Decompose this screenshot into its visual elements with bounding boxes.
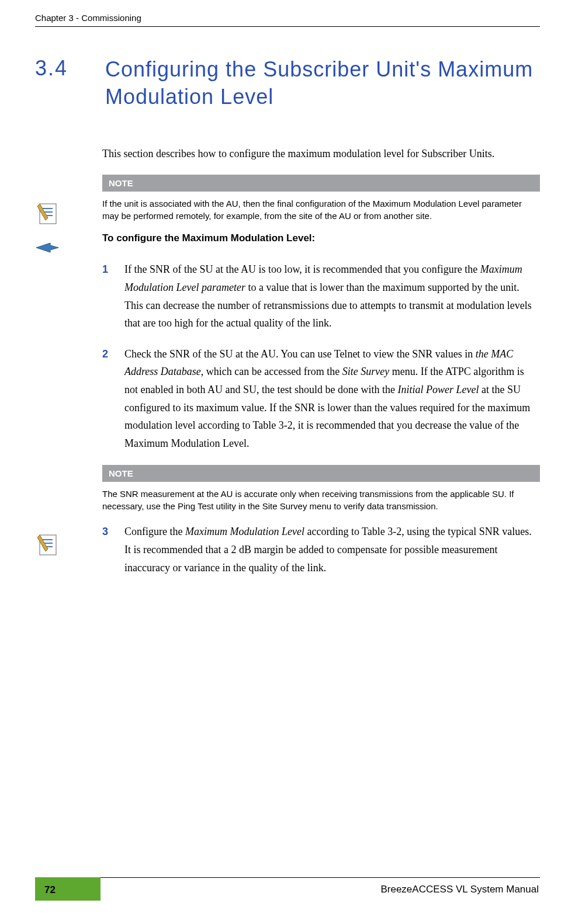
- note-text: The SNR measurement at the AU is accurat…: [102, 482, 540, 512]
- section-heading: 3.4 Configuring the Subscriber Unit's Ma…: [35, 56, 540, 111]
- note-box-2: NOTE The SNR measurement at the AU is ac…: [102, 465, 540, 512]
- step-1: 1 If the SNR of the SU at the AU is too …: [102, 260, 540, 332]
- page-footer: 72 BreezeACCESS VL System Manual: [35, 877, 540, 901]
- step-text: If the SNR of the SU at the AU is too lo…: [124, 260, 540, 332]
- procedure-arrow-icon: [35, 241, 60, 255]
- footer-accent-box: 72: [35, 877, 101, 901]
- note-label: NOTE: [102, 465, 540, 482]
- page-number: 72: [44, 884, 56, 896]
- section-number: 3.4: [35, 56, 88, 111]
- step-2: 2 Check the SNR of the SU at the AU. You…: [102, 345, 540, 453]
- manual-title: BreezeACCESS VL System Manual: [101, 877, 540, 901]
- step-text: Configure the Maximum Modulation Level a…: [124, 523, 540, 576]
- step-text: Check the SNR of the SU at the AU. You c…: [124, 345, 540, 453]
- step-number: 3: [102, 523, 124, 576]
- procedure-heading: To configure the Maximum Modulation Leve…: [102, 232, 540, 244]
- note-icon: [35, 202, 60, 226]
- note-label: NOTE: [102, 175, 540, 192]
- note-text: If the unit is associated with the AU, t…: [102, 192, 540, 222]
- section-title: Configuring the Subscriber Unit's Maximu…: [105, 56, 540, 111]
- page-header: Chapter 3 - Commissioning: [35, 0, 540, 27]
- intro-paragraph: This section describes how to configure …: [102, 146, 540, 162]
- main-content: 3.4 Configuring the Subscriber Unit's Ma…: [0, 56, 575, 576]
- note-box-1: NOTE If the unit is associated with the …: [102, 175, 540, 222]
- note-icon: [35, 533, 60, 557]
- footer-bar: 72 BreezeACCESS VL System Manual: [35, 877, 540, 901]
- chapter-label: Chapter 3 - Commissioning: [35, 13, 540, 23]
- step-3: 3 Configure the Maximum Modulation Level…: [102, 523, 540, 576]
- step-number: 1: [102, 260, 124, 332]
- step-number: 2: [102, 345, 124, 453]
